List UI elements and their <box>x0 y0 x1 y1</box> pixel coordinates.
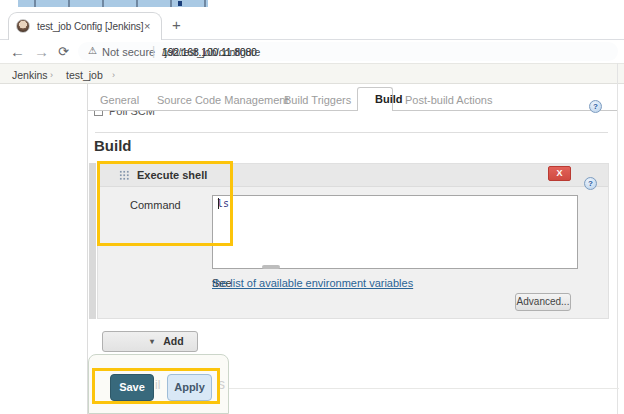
poll-scm-row-clipped: Poll SCM <box>88 111 608 121</box>
tab-post-build-actions[interactable]: Post-build Actions <box>405 94 492 106</box>
chevron-down-icon: ▾ <box>150 332 154 351</box>
breadcrumb-item-test-job[interactable]: test_job <box>66 69 103 81</box>
tab-title: test_job Config [Jenkins] <box>37 21 143 32</box>
tab-source-code-management[interactable]: Source Code Management <box>157 94 288 106</box>
url-separator: | <box>152 44 155 58</box>
address-bar[interactable]: ⚠ Not secure | 192.168.100.11:8080/job/t… <box>78 42 618 61</box>
build-step-drag-bar[interactable] <box>89 163 96 319</box>
forward-icon[interactable]: → <box>34 43 49 60</box>
content-right-border <box>617 63 618 414</box>
poll-scm-label: Poll SCM <box>109 111 155 117</box>
execute-shell-title: Execute shell <box>137 169 207 181</box>
poll-scm-checkbox[interactable] <box>94 111 103 116</box>
breadcrumb: Jenkins › test_job › <box>0 63 624 84</box>
build-section-heading: Build <box>94 137 132 154</box>
execute-shell-header: Execute shell <box>98 164 608 187</box>
delete-step-button[interactable]: X <box>548 166 571 181</box>
footer-divider <box>229 388 619 389</box>
reload-icon[interactable]: ⟳ <box>58 44 69 59</box>
tab-build-triggers[interactable]: Build Triggers <box>284 94 351 106</box>
tab-build-label: Build <box>375 88 403 111</box>
selection-artifact-mark <box>178 1 182 6</box>
save-button[interactable]: Save <box>110 374 154 401</box>
tab-close-icon[interactable]: × <box>144 20 150 32</box>
textarea-resize-handle[interactable] <box>262 265 280 269</box>
ghost-text: il <box>155 378 160 392</box>
tab-build[interactable]: Build <box>357 87 393 111</box>
env-variables-link[interactable]: the list of available environment variab… <box>212 277 413 289</box>
ghost-text: s <box>218 376 225 392</box>
section-divider <box>95 132 608 133</box>
tab-general[interactable]: General <box>100 94 139 106</box>
warning-icon: ⚠ <box>88 45 97 56</box>
apply-button[interactable]: Apply <box>167 374 212 401</box>
new-tab-button[interactable]: + <box>172 17 181 32</box>
breadcrumb-separator: › <box>112 70 115 80</box>
command-label: Command <box>130 199 181 211</box>
add-build-step-button[interactable]: Add build step ▾ <box>102 331 198 352</box>
browser-tab[interactable]: test_job Config [Jenkins] × <box>8 12 162 40</box>
security-label[interactable]: Not secure <box>102 46 155 58</box>
command-input[interactable]: ls <box>212 195 578 269</box>
jenkins-favicon-icon <box>16 19 30 33</box>
advanced-button[interactable]: Advanced... <box>515 293 571 311</box>
breadcrumb-item-jenkins[interactable]: Jenkins <box>12 69 48 81</box>
help-icon[interactable]: ? <box>584 177 597 190</box>
text-cursor <box>218 198 219 209</box>
help-icon[interactable]: ? <box>589 100 602 113</box>
url-path: /job/test_job/configure <box>162 46 260 58</box>
drag-handle-icon[interactable] <box>119 170 130 181</box>
jenkins-config-screen: test_job Config [Jenkins] × + ← → ⟳ ⚠ No… <box>0 0 624 414</box>
back-icon[interactable]: ← <box>10 43 25 60</box>
breadcrumb-separator: › <box>50 70 53 80</box>
